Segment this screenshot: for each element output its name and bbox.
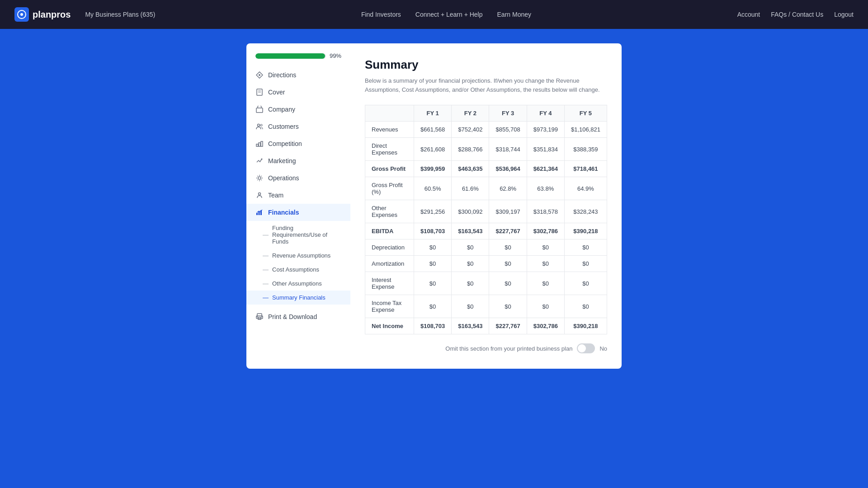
- competition-icon: [255, 140, 264, 148]
- sidebar-label-company: Company: [268, 106, 295, 113]
- sidebar-item-customers[interactable]: Customers: [246, 118, 350, 135]
- connect-learn-link[interactable]: Connect + Learn + Help: [415, 11, 483, 18]
- table-cell-fy4: $302,786: [527, 223, 564, 239]
- table-cell-fy2: $0: [452, 256, 489, 272]
- table-row: Gross Profit (%)60.5%61.6%62.8%63.8%64.9…: [365, 177, 607, 200]
- sidebar-label-team: Team: [268, 192, 283, 199]
- table-cell-fy3: 62.8%: [489, 177, 527, 200]
- omit-toggle[interactable]: [577, 343, 595, 353]
- table-cell-fy3: $0: [489, 239, 527, 256]
- table-cell-label: EBITDA: [365, 223, 414, 239]
- svg-rect-12: [261, 141, 263, 146]
- sub-label-funding: Funding Requirements/Use of Funds: [272, 225, 341, 245]
- customers-icon: [255, 122, 264, 131]
- table-cell-label: Other Expenses: [365, 200, 414, 223]
- svg-point-14: [258, 177, 261, 179]
- sidebar-item-marketing[interactable]: Marketing: [246, 152, 350, 169]
- earn-money-link[interactable]: Earn Money: [497, 11, 531, 18]
- table-cell-fy4: $351,834: [527, 138, 564, 161]
- table-row: Amortization$0$0$0$0$0: [365, 256, 607, 272]
- sidebar-label-cover: Cover: [268, 89, 285, 96]
- svg-point-3: [259, 74, 260, 76]
- table-cell-fy2: $300,092: [452, 200, 489, 223]
- table-cell-fy5: $388,359: [564, 138, 607, 161]
- table-cell-fy1: $0: [414, 256, 451, 272]
- sidebar-sub-other[interactable]: — Other Assumptions: [246, 277, 350, 291]
- table-cell-fy4: $318,578: [527, 200, 564, 223]
- sidebar-item-operations[interactable]: Operations: [246, 169, 350, 187]
- table-cell-fy1: 60.5%: [414, 177, 451, 200]
- my-business-plans-link[interactable]: My Business Plans (635): [85, 11, 155, 18]
- print-download-label: Print & Download: [268, 313, 317, 320]
- table-row: Net Income$108,703$163,543$227,767$302,7…: [365, 318, 607, 334]
- find-investors-link[interactable]: Find Investors: [361, 11, 401, 18]
- svg-point-15: [259, 193, 261, 195]
- table-row: Revenues$661,568$752,402$855,708$973,199…: [365, 122, 607, 138]
- table-row: Gross Profit$399,959$463,635$536,964$621…: [365, 161, 607, 177]
- omit-label: Omit this section from your printed busi…: [445, 345, 572, 352]
- table-cell-fy3: $855,708: [489, 122, 527, 138]
- table-cell-fy1: $0: [414, 295, 451, 318]
- summary-description: Below is a summary of your financial pro…: [365, 76, 607, 94]
- table-row: Income Tax Expense$0$0$0$0$0: [365, 295, 607, 318]
- sidebar-item-competition[interactable]: Competition: [246, 135, 350, 152]
- sidebar-item-team[interactable]: Team: [246, 187, 350, 204]
- svg-point-13: [261, 159, 263, 160]
- company-icon: [255, 105, 264, 113]
- logo-icon: [14, 7, 29, 22]
- sidebar-sub-revenue[interactable]: — Revenue Assumptions: [246, 249, 350, 263]
- sidebar-sub-summary[interactable]: — Summary Financials: [246, 291, 350, 305]
- table-cell-fy5: $390,218: [564, 223, 607, 239]
- table-row: Interest Expense$0$0$0$0$0: [365, 272, 607, 295]
- table-cell-fy3: $227,767: [489, 318, 527, 334]
- svg-rect-17: [259, 211, 260, 215]
- logo-text: planpros: [33, 9, 71, 20]
- table-cell-fy5: $0: [564, 295, 607, 318]
- table-cell-fy4: $621,364: [527, 161, 564, 177]
- faqs-link[interactable]: FAQs / Contact Us: [771, 11, 823, 18]
- svg-rect-16: [256, 213, 258, 215]
- col-header-fy3: FY 3: [489, 105, 527, 122]
- sidebar-item-financials[interactable]: Financials: [246, 204, 350, 221]
- sidebar-sub-funding[interactable]: — Funding Requirements/Use of Funds: [246, 221, 350, 249]
- table-cell-fy3: $0: [489, 256, 527, 272]
- sidebar-label-financials: Financials: [268, 209, 299, 216]
- print-download-icon: [255, 313, 264, 321]
- progress-section: 99%: [246, 52, 350, 66]
- operations-icon: [255, 174, 264, 182]
- sidebar-label-customers: Customers: [268, 123, 299, 130]
- table-cell-label: Net Income: [365, 318, 414, 334]
- logo[interactable]: planpros: [14, 7, 71, 22]
- table-cell-fy1: $0: [414, 272, 451, 295]
- table-cell-fy2: $463,635: [452, 161, 489, 177]
- table-cell-fy4: $973,199: [527, 122, 564, 138]
- sidebar-item-company[interactable]: Company: [246, 101, 350, 118]
- sidebar-item-directions[interactable]: Directions: [246, 66, 350, 84]
- table-row: Other Expenses$291,256$300,092$309,197$3…: [365, 200, 607, 223]
- sub-label-revenue: Revenue Assumptions: [272, 252, 330, 259]
- topnav: planpros My Business Plans (635) Find In…: [0, 0, 868, 29]
- table-cell-fy2: $0: [452, 295, 489, 318]
- sidebar-item-print-download[interactable]: Print & Download: [246, 308, 350, 325]
- table-cell-fy5: $0: [564, 256, 607, 272]
- table-cell-fy2: $163,543: [452, 223, 489, 239]
- logout-link[interactable]: Logout: [834, 11, 854, 18]
- table-row: EBITDA$108,703$163,543$227,767$302,786$3…: [365, 223, 607, 239]
- table-cell-fy5: $328,243: [564, 200, 607, 223]
- table-cell-fy4: $302,786: [527, 318, 564, 334]
- col-header-fy2: FY 2: [452, 105, 489, 122]
- table-cell-fy1: $108,703: [414, 318, 451, 334]
- svg-rect-11: [259, 143, 260, 146]
- sidebar-item-cover[interactable]: Cover: [246, 84, 350, 101]
- table-cell-fy5: $0: [564, 239, 607, 256]
- table-cell-fy2: 61.6%: [452, 177, 489, 200]
- sidebar-sub-cost[interactable]: — Cost Assumptions: [246, 263, 350, 277]
- table-cell-fy2: $0: [452, 272, 489, 295]
- table-cell-fy3: $536,964: [489, 161, 527, 177]
- table-cell-fy1: $661,568: [414, 122, 451, 138]
- account-link[interactable]: Account: [737, 11, 760, 18]
- sub-label-cost: Cost Assumptions: [272, 266, 319, 273]
- col-header-fy1: FY 1: [414, 105, 451, 122]
- svg-rect-10: [256, 144, 258, 146]
- table-cell-fy5: $1,106,821: [564, 122, 607, 138]
